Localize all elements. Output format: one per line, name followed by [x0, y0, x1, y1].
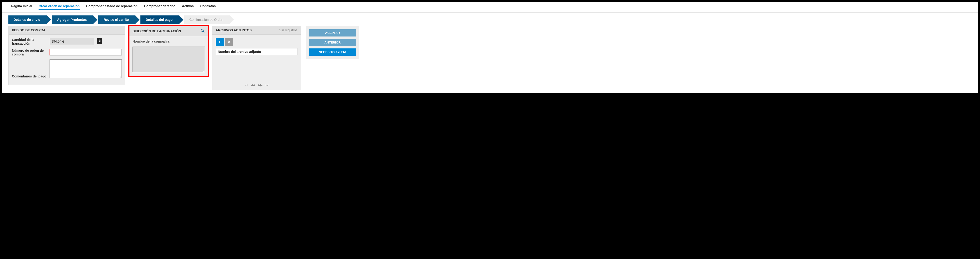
company-name-textarea — [132, 46, 205, 72]
transaction-amount-label: Cantidad de la transacción — [12, 38, 47, 45]
step-order-confirmation: Confirmación de Orden — [185, 16, 230, 24]
pager-prev-icon[interactable]: ◀◀ — [250, 83, 255, 87]
pager: ⏮ ◀◀ ▶▶ ⏭ — [216, 81, 298, 87]
nav-home[interactable]: Página inicial — [11, 4, 32, 10]
billing-address-panel: DIRECCIÓN DE FACTURACIÓN Nombre de la co… — [129, 26, 208, 77]
pager-last-icon[interactable]: ⏭ — [266, 83, 269, 87]
add-attachment-button[interactable]: + — [216, 38, 224, 46]
nav-create-repair[interactable]: Crear orden de reparación — [38, 4, 80, 10]
billing-panel-title: DIRECCIÓN DE FACTURACIÓN — [132, 29, 181, 33]
svg-rect-2 — [99, 41, 100, 42]
company-name-label: Nombre de la compañía — [132, 40, 205, 43]
top-nav: Página inicial Crear orden de reparación… — [2, 3, 978, 13]
nav-assets[interactable]: Activos — [182, 4, 194, 10]
payment-comments-textarea[interactable] — [49, 59, 122, 78]
po-number-label: Número de orden de compra — [12, 49, 47, 56]
step-review-cart[interactable]: Revise el carrito — [99, 16, 135, 24]
step-payment-details[interactable]: Detalles del pago — [140, 16, 179, 24]
svg-rect-0 — [99, 40, 100, 41]
purchase-order-panel: PEDIDO DE COMPRA Cantidad de la transacc… — [8, 26, 125, 85]
pager-first-icon[interactable]: ⏮ — [245, 83, 248, 87]
step-shipping-details[interactable]: Detalles de envío — [8, 16, 47, 24]
nav-check-status[interactable]: Comprobar estado de reparación — [86, 4, 138, 10]
svg-line-4 — [203, 31, 204, 32]
pager-next-icon[interactable]: ▶▶ — [258, 83, 262, 87]
payment-comments-label: Comentarios del pago — [12, 74, 47, 78]
search-icon[interactable] — [200, 28, 205, 34]
transaction-amount-value: 394,54 € — [50, 38, 94, 45]
progress-stepper: Detalles de envío Agregar Productos Revi… — [2, 13, 978, 26]
help-button[interactable]: NECESITO AYUDA — [309, 48, 356, 56]
accept-button[interactable]: ACEPTAR — [309, 29, 356, 37]
action-buttons-panel: ACEPTAR ANTERIOR NECESITO AYUDA — [305, 26, 360, 59]
attachments-panel: ARCHIVOS ADJUNTOS Sin registros + ✕ Nomb… — [212, 26, 301, 90]
nav-contracts[interactable]: Contratos — [200, 4, 216, 10]
svg-point-3 — [201, 29, 203, 31]
previous-button[interactable]: ANTERIOR — [309, 39, 356, 46]
attachments-status: Sin registros — [279, 28, 298, 32]
po-panel-title: PEDIDO DE COMPRA — [9, 26, 125, 35]
attachments-panel-title: ARCHIVOS ADJUNTOS — [216, 28, 252, 32]
document-icon[interactable] — [97, 38, 102, 44]
remove-attachment-button[interactable]: ✕ — [225, 38, 233, 46]
attachment-column-name: Nombre del archivo adjunto — [216, 48, 298, 55]
step-add-products[interactable]: Agregar Productos — [52, 16, 93, 24]
nav-check-entitlement[interactable]: Comprobar derecho — [144, 4, 175, 10]
po-number-input[interactable] — [49, 49, 122, 56]
